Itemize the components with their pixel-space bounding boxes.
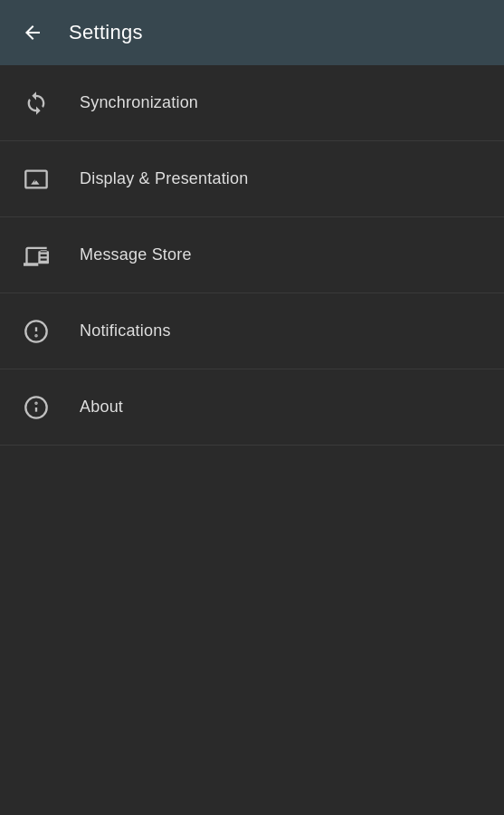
synchronization-label: Synchronization bbox=[80, 93, 198, 112]
menu-item-display-presentation[interactable]: Display & Presentation bbox=[0, 141, 504, 217]
menu-item-about[interactable]: About bbox=[0, 369, 504, 446]
back-button[interactable] bbox=[14, 14, 51, 51]
empty-content-area bbox=[0, 446, 504, 815]
svg-point-5 bbox=[35, 402, 36, 403]
app-header: Settings bbox=[0, 0, 504, 65]
about-icon bbox=[22, 393, 51, 422]
sync-icon bbox=[22, 89, 51, 118]
settings-menu: Synchronization Display & Presentation M… bbox=[0, 65, 504, 446]
page-title: Settings bbox=[69, 21, 143, 44]
menu-item-message-store[interactable]: Message Store bbox=[0, 217, 504, 293]
menu-item-synchronization[interactable]: Synchronization bbox=[0, 65, 504, 141]
message-store-icon bbox=[22, 241, 51, 270]
about-label: About bbox=[80, 398, 123, 417]
menu-item-notifications[interactable]: Notifications bbox=[0, 293, 504, 369]
svg-point-2 bbox=[35, 335, 36, 336]
notifications-label: Notifications bbox=[80, 321, 171, 340]
display-icon bbox=[22, 165, 51, 194]
message-store-label: Message Store bbox=[80, 245, 192, 264]
notifications-icon bbox=[22, 317, 51, 346]
display-presentation-label: Display & Presentation bbox=[80, 169, 249, 188]
